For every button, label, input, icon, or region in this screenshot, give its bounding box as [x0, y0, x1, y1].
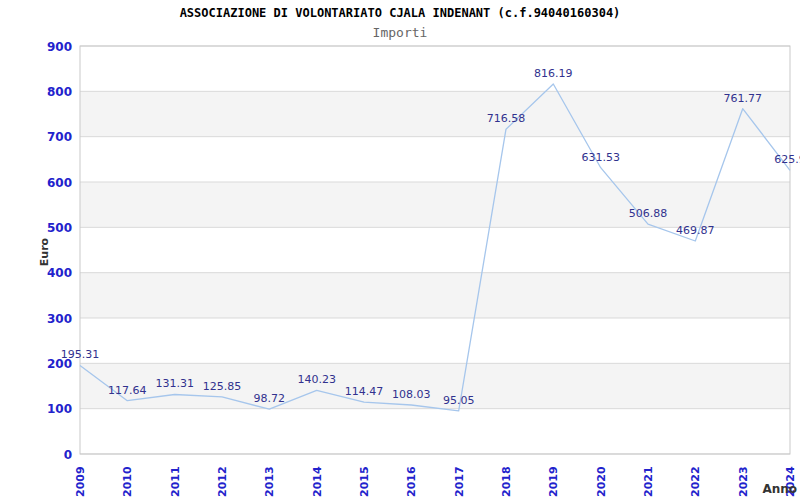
y-tick-label: 0	[64, 448, 72, 462]
importi-line-chart: 195.31117.64131.31125.8598.72140.23114.4…	[0, 0, 800, 500]
x-tick-label: 2020	[595, 466, 608, 497]
y-tick-label: 800	[47, 85, 72, 99]
y-tick-label: 100	[47, 402, 72, 416]
data-point-label: 469.87	[676, 224, 715, 237]
data-point-label: 761.77	[723, 92, 762, 105]
data-point-label: 117.64	[108, 384, 147, 397]
data-point-label: 114.47	[345, 385, 384, 398]
y-tick-label: 600	[47, 176, 72, 190]
x-tick-label: 2012	[216, 466, 229, 497]
y-tick-label: 700	[47, 130, 72, 144]
x-tick-label: 2011	[169, 466, 182, 497]
x-tick-label: 2009	[74, 466, 87, 497]
x-tick-label: 2021	[642, 466, 655, 497]
y-axis-title: Euro	[38, 237, 51, 266]
x-tick-label: 2023	[737, 466, 750, 497]
data-point-label: 816.19	[534, 67, 573, 80]
x-axis-title: Anno	[762, 482, 797, 496]
x-tick-label: 2017	[453, 466, 466, 497]
data-point-label: 631.53	[581, 151, 620, 164]
data-point-label: 506.88	[629, 207, 668, 220]
data-point-label: 125.85	[203, 380, 242, 393]
data-point-label: 716.58	[487, 112, 526, 125]
x-tick-label: 2016	[405, 466, 418, 497]
y-tick-label: 300	[47, 312, 72, 326]
data-point-label: 98.72	[254, 392, 286, 405]
plot-band	[80, 273, 790, 318]
plot-band	[80, 91, 790, 136]
x-tick-label: 2010	[121, 466, 134, 497]
x-tick-label: 2014	[311, 466, 324, 497]
chart-page: ASSOCIAZIONE DI VOLONTARIATO CJALA INDEN…	[0, 0, 800, 500]
data-point-label: 131.31	[155, 377, 194, 390]
plot-band	[80, 182, 790, 227]
x-tick-label: 2022	[689, 466, 702, 497]
x-tick-label: 2018	[500, 466, 513, 497]
x-tick-label: 2019	[547, 466, 560, 497]
y-tick-label: 200	[47, 357, 72, 371]
data-point-label: 625.9	[774, 153, 800, 166]
x-tick-label: 2013	[263, 466, 276, 497]
y-tick-label: 500	[47, 221, 72, 235]
y-tick-label: 400	[47, 266, 72, 280]
data-point-label: 140.23	[297, 373, 336, 386]
data-point-label: 95.05	[443, 394, 475, 407]
x-tick-label: 2015	[358, 466, 371, 497]
y-tick-label: 900	[47, 40, 72, 54]
data-point-label: 108.03	[392, 388, 431, 401]
